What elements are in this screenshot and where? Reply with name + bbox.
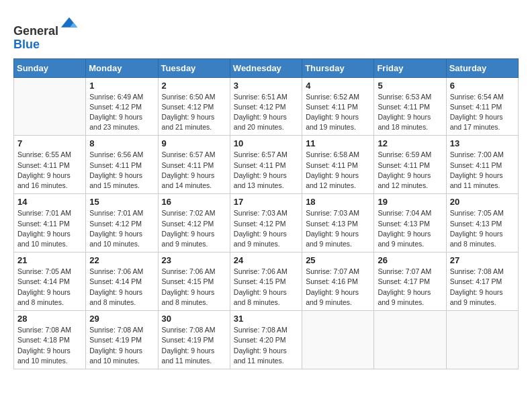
- calendar-cell: 24Sunrise: 7:06 AMSunset: 4:15 PMDayligh…: [230, 253, 302, 311]
- day-number: 29: [89, 314, 154, 324]
- calendar-cell: 19Sunrise: 7:04 AMSunset: 4:13 PMDayligh…: [374, 194, 446, 253]
- day-number: 3: [234, 81, 298, 91]
- day-info: Sunrise: 7:08 AMSunset: 4:18 PMDaylight:…: [17, 325, 82, 366]
- calendar-cell: 29Sunrise: 7:08 AMSunset: 4:19 PMDayligh…: [86, 311, 158, 369]
- calendar-cell: 23Sunrise: 7:06 AMSunset: 4:15 PMDayligh…: [158, 253, 230, 311]
- day-info: Sunrise: 6:54 AMSunset: 4:11 PMDaylight:…: [450, 92, 515, 133]
- col-header-wednesday: Wednesday: [230, 58, 302, 77]
- day-info: Sunrise: 7:03 AMSunset: 4:12 PMDaylight:…: [234, 208, 298, 249]
- day-info: Sunrise: 6:59 AMSunset: 4:11 PMDaylight:…: [378, 150, 442, 191]
- calendar-cell: [374, 311, 446, 369]
- day-number: 27: [450, 255, 515, 265]
- day-number: 15: [89, 197, 154, 207]
- calendar-week-4: 21Sunrise: 7:05 AMSunset: 4:14 PMDayligh…: [14, 253, 519, 311]
- calendar-cell: [446, 311, 518, 369]
- day-info: Sunrise: 7:08 AMSunset: 4:20 PMDaylight:…: [234, 325, 298, 366]
- day-number: 13: [450, 138, 515, 148]
- day-number: 31: [234, 314, 298, 324]
- day-info: Sunrise: 6:57 AMSunset: 4:11 PMDaylight:…: [162, 150, 226, 191]
- col-header-friday: Friday: [374, 58, 446, 77]
- calendar-cell: 15Sunrise: 7:01 AMSunset: 4:12 PMDayligh…: [86, 194, 158, 253]
- day-number: 12: [378, 138, 442, 148]
- day-number: 6: [450, 81, 515, 91]
- calendar-cell: 21Sunrise: 7:05 AMSunset: 4:14 PMDayligh…: [14, 253, 86, 311]
- day-number: 21: [17, 255, 82, 265]
- day-number: 11: [306, 138, 370, 148]
- day-number: 14: [17, 197, 82, 207]
- calendar-week-3: 14Sunrise: 7:01 AMSunset: 4:11 PMDayligh…: [14, 194, 519, 253]
- calendar-cell: 14Sunrise: 7:01 AMSunset: 4:11 PMDayligh…: [14, 194, 86, 253]
- day-info: Sunrise: 7:03 AMSunset: 4:13 PMDaylight:…: [306, 208, 370, 249]
- day-info: Sunrise: 7:08 AMSunset: 4:19 PMDaylight:…: [89, 325, 154, 366]
- col-header-tuesday: Tuesday: [158, 58, 230, 77]
- calendar-week-1: 1Sunrise: 6:49 AMSunset: 4:12 PMDaylight…: [14, 77, 519, 136]
- calendar-cell: 9Sunrise: 6:57 AMSunset: 4:11 PMDaylight…: [158, 136, 230, 194]
- day-number: 7: [17, 138, 82, 148]
- day-number: 4: [306, 81, 370, 91]
- day-info: Sunrise: 6:56 AMSunset: 4:11 PMDaylight:…: [89, 150, 154, 191]
- calendar-cell: 4Sunrise: 6:52 AMSunset: 4:11 PMDaylight…: [302, 77, 374, 136]
- calendar-cell: 18Sunrise: 7:03 AMSunset: 4:13 PMDayligh…: [302, 194, 374, 253]
- day-number: 23: [162, 255, 226, 265]
- calendar-cell: 8Sunrise: 6:56 AMSunset: 4:11 PMDaylight…: [86, 136, 158, 194]
- day-info: Sunrise: 7:02 AMSunset: 4:12 PMDaylight:…: [162, 208, 226, 249]
- day-info: Sunrise: 7:06 AMSunset: 4:14 PMDaylight:…: [89, 267, 154, 308]
- day-info: Sunrise: 7:00 AMSunset: 4:11 PMDaylight:…: [450, 150, 515, 191]
- col-header-saturday: Saturday: [446, 58, 518, 77]
- calendar-cell: [302, 311, 374, 369]
- day-number: 8: [89, 138, 154, 148]
- calendar-cell: 6Sunrise: 6:54 AMSunset: 4:11 PMDaylight…: [446, 77, 518, 136]
- day-info: Sunrise: 6:51 AMSunset: 4:12 PMDaylight:…: [234, 92, 298, 133]
- calendar-cell: 10Sunrise: 6:57 AMSunset: 4:11 PMDayligh…: [230, 136, 302, 194]
- day-number: 24: [234, 255, 298, 265]
- col-header-sunday: Sunday: [14, 58, 86, 77]
- day-number: 9: [162, 138, 226, 148]
- day-number: 1: [89, 81, 154, 91]
- col-header-monday: Monday: [86, 58, 158, 77]
- calendar-cell: 30Sunrise: 7:08 AMSunset: 4:19 PMDayligh…: [158, 311, 230, 369]
- day-number: 25: [306, 255, 370, 265]
- day-info: Sunrise: 6:58 AMSunset: 4:11 PMDaylight:…: [306, 150, 370, 191]
- day-info: Sunrise: 7:06 AMSunset: 4:15 PMDaylight:…: [162, 267, 226, 308]
- day-info: Sunrise: 6:50 AMSunset: 4:12 PMDaylight:…: [162, 92, 226, 133]
- calendar-cell: 1Sunrise: 6:49 AMSunset: 4:12 PMDaylight…: [86, 77, 158, 136]
- day-info: Sunrise: 7:08 AMSunset: 4:17 PMDaylight:…: [450, 267, 515, 308]
- day-number: 22: [89, 255, 154, 265]
- day-number: 2: [162, 81, 226, 91]
- day-info: Sunrise: 6:57 AMSunset: 4:11 PMDaylight:…: [234, 150, 298, 191]
- calendar-cell: [14, 77, 86, 136]
- day-info: Sunrise: 7:01 AMSunset: 4:11 PMDaylight:…: [17, 208, 82, 249]
- day-info: Sunrise: 6:53 AMSunset: 4:11 PMDaylight:…: [378, 92, 442, 133]
- logo-icon: [60, 16, 79, 35]
- day-info: Sunrise: 7:01 AMSunset: 4:12 PMDaylight:…: [89, 208, 154, 249]
- day-number: 30: [162, 314, 226, 324]
- day-info: Sunrise: 7:06 AMSunset: 4:15 PMDaylight:…: [234, 267, 298, 308]
- day-number: 19: [378, 197, 442, 207]
- calendar-cell: 13Sunrise: 7:00 AMSunset: 4:11 PMDayligh…: [446, 136, 518, 194]
- calendar-table: SundayMondayTuesdayWednesdayThursdayFrid…: [13, 58, 519, 369]
- calendar-cell: 20Sunrise: 7:05 AMSunset: 4:13 PMDayligh…: [446, 194, 518, 253]
- calendar-cell: 16Sunrise: 7:02 AMSunset: 4:12 PMDayligh…: [158, 194, 230, 253]
- day-number: 20: [450, 197, 515, 207]
- day-info: Sunrise: 7:05 AMSunset: 4:13 PMDaylight:…: [450, 208, 515, 249]
- calendar-cell: 22Sunrise: 7:06 AMSunset: 4:14 PMDayligh…: [86, 253, 158, 311]
- calendar-cell: 25Sunrise: 7:07 AMSunset: 4:16 PMDayligh…: [302, 253, 374, 311]
- day-number: 17: [234, 197, 298, 207]
- col-header-thursday: Thursday: [302, 58, 374, 77]
- calendar-cell: 5Sunrise: 6:53 AMSunset: 4:11 PMDaylight…: [374, 77, 446, 136]
- day-info: Sunrise: 6:49 AMSunset: 4:12 PMDaylight:…: [89, 92, 154, 133]
- calendar-cell: 26Sunrise: 7:07 AMSunset: 4:17 PMDayligh…: [374, 253, 446, 311]
- calendar-cell: 28Sunrise: 7:08 AMSunset: 4:18 PMDayligh…: [14, 311, 86, 369]
- day-number: 28: [17, 314, 82, 324]
- day-info: Sunrise: 7:07 AMSunset: 4:17 PMDaylight:…: [378, 267, 442, 308]
- day-info: Sunrise: 7:07 AMSunset: 4:16 PMDaylight:…: [306, 267, 370, 308]
- page-header: General Blue: [13, 13, 519, 52]
- calendar-cell: 3Sunrise: 6:51 AMSunset: 4:12 PMDaylight…: [230, 77, 302, 136]
- calendar-week-5: 28Sunrise: 7:08 AMSunset: 4:18 PMDayligh…: [14, 311, 519, 369]
- day-info: Sunrise: 6:52 AMSunset: 4:11 PMDaylight:…: [306, 92, 370, 133]
- day-info: Sunrise: 7:04 AMSunset: 4:13 PMDaylight:…: [378, 208, 442, 249]
- calendar-cell: 12Sunrise: 6:59 AMSunset: 4:11 PMDayligh…: [374, 136, 446, 194]
- calendar-cell: 2Sunrise: 6:50 AMSunset: 4:12 PMDaylight…: [158, 77, 230, 136]
- calendar-cell: 27Sunrise: 7:08 AMSunset: 4:17 PMDayligh…: [446, 253, 518, 311]
- calendar-cell: 7Sunrise: 6:55 AMSunset: 4:11 PMDaylight…: [14, 136, 86, 194]
